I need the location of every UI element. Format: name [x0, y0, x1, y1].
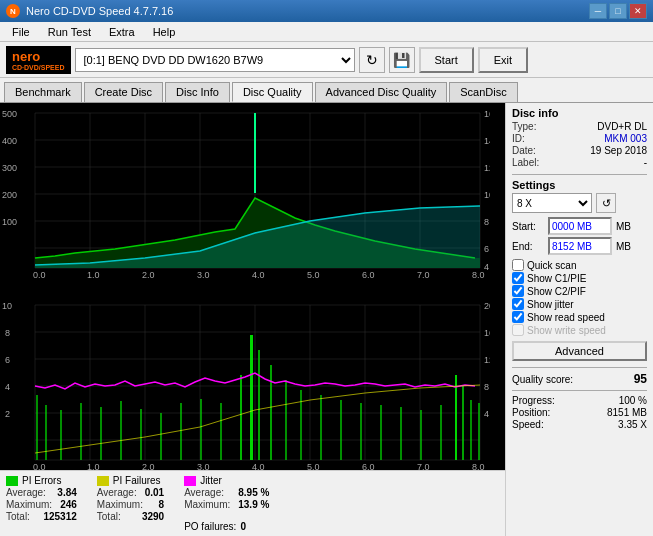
show-read-speed-row: Show read speed — [512, 311, 647, 323]
show-jitter-checkbox[interactable] — [512, 298, 524, 310]
svg-text:4: 4 — [5, 382, 10, 392]
stats-bar: PI Errors Average: 3.84 Maximum: 246 Tot… — [0, 470, 505, 536]
separator-2 — [512, 367, 647, 368]
pi-errors-avg-value: 3.84 — [57, 487, 76, 498]
svg-text:4.0: 4.0 — [252, 462, 265, 470]
svg-rect-91 — [270, 365, 272, 460]
menu-help[interactable]: Help — [145, 25, 184, 39]
minimize-button[interactable]: ─ — [589, 3, 607, 19]
svg-text:6.0: 6.0 — [362, 462, 375, 470]
quality-score-value: 95 — [634, 372, 647, 386]
exit-button[interactable]: Exit — [478, 47, 528, 73]
jitter-avg-value: 8.95 % — [238, 487, 269, 498]
svg-text:2.0: 2.0 — [142, 462, 155, 470]
pi-errors-max-label: Maximum: — [6, 499, 52, 510]
show-c1pie-label: Show C1/PIE — [527, 273, 586, 284]
svg-rect-79 — [60, 410, 62, 460]
pi-failures-max-label: Maximum: — [97, 499, 143, 510]
close-button[interactable]: ✕ — [629, 3, 647, 19]
svg-rect-87 — [220, 403, 222, 460]
upper-chart-svg: 500 400 300 200 100 16 14 12 10 8 6 4 0.… — [0, 103, 490, 278]
svg-rect-88 — [240, 375, 242, 460]
refresh-icon[interactable]: ↻ — [359, 47, 385, 73]
svg-rect-104 — [478, 403, 480, 460]
show-c1pie-checkbox[interactable] — [512, 272, 524, 284]
menu-extra[interactable]: Extra — [101, 25, 143, 39]
svg-text:8: 8 — [484, 217, 489, 227]
disc-type-row: Type: DVD+R DL — [512, 121, 647, 132]
chart-container: 500 400 300 200 100 16 14 12 10 8 6 4 0.… — [0, 103, 505, 536]
app-icon: N — [6, 4, 20, 18]
progress-label: Progress: — [512, 395, 555, 406]
disc-label-row: Label: - — [512, 157, 647, 168]
tab-create-disc[interactable]: Create Disc — [84, 82, 163, 102]
svg-text:400: 400 — [2, 136, 17, 146]
show-c2pif-checkbox[interactable] — [512, 285, 524, 297]
title-bar-text: Nero CD-DVD Speed 4.7.7.16 — [26, 5, 173, 17]
show-read-speed-checkbox[interactable] — [512, 311, 524, 323]
end-input[interactable] — [548, 237, 612, 255]
start-input[interactable] — [548, 217, 612, 235]
start-button[interactable]: Start — [419, 47, 474, 73]
svg-rect-83 — [140, 409, 142, 460]
end-unit: MB — [616, 241, 631, 252]
disc-date-row: Date: 19 Sep 2018 — [512, 145, 647, 156]
svg-text:7.0: 7.0 — [417, 462, 430, 470]
tab-disc-quality[interactable]: Disc Quality — [232, 82, 313, 102]
show-write-speed-label: Show write speed — [527, 325, 606, 336]
show-read-speed-label: Show read speed — [527, 312, 605, 323]
show-c1pie-row: Show C1/PIE — [512, 272, 647, 284]
pi-errors-legend — [6, 476, 18, 486]
maximize-button[interactable]: □ — [609, 3, 627, 19]
svg-rect-41 — [0, 295, 490, 470]
tab-scan-disc[interactable]: ScanDisc — [449, 82, 517, 102]
svg-rect-102 — [462, 385, 464, 460]
show-c2pif-label: Show C2/PIF — [527, 286, 586, 297]
svg-text:100: 100 — [2, 217, 17, 227]
menu-file[interactable]: File — [4, 25, 38, 39]
jitter-avg-label: Average: — [184, 487, 224, 498]
svg-text:1.0: 1.0 — [87, 270, 100, 278]
end-label: End: — [512, 241, 544, 252]
tab-benchmark[interactable]: Benchmark — [4, 82, 82, 102]
speed-row: Speed: 3.35 X — [512, 419, 647, 430]
position-row: Position: 8151 MB — [512, 407, 647, 418]
svg-text:4: 4 — [484, 409, 489, 419]
main-content: 500 400 300 200 100 16 14 12 10 8 6 4 0.… — [0, 103, 653, 536]
title-bar-controls[interactable]: ─ □ ✕ — [589, 3, 647, 19]
svg-text:14: 14 — [484, 136, 490, 146]
save-icon[interactable]: 💾 — [389, 47, 415, 73]
menu-run-test[interactable]: Run Test — [40, 25, 99, 39]
tab-advanced-disc-quality[interactable]: Advanced Disc Quality — [315, 82, 448, 102]
svg-text:0.0: 0.0 — [33, 462, 46, 470]
quick-scan-checkbox[interactable] — [512, 259, 524, 271]
speed-icon-btn[interactable]: ↺ — [596, 193, 616, 213]
svg-text:2: 2 — [5, 409, 10, 419]
start-row: Start: MB — [512, 217, 647, 235]
advanced-button[interactable]: Advanced — [512, 341, 647, 361]
jitter-max-value: 13.9 % — [238, 499, 269, 510]
speed-value: 3.35 X — [618, 419, 647, 430]
pi-failures-avg-label: Average: — [97, 487, 137, 498]
position-value: 8151 MB — [607, 407, 647, 418]
disc-type-label: Type: — [512, 121, 536, 132]
svg-rect-97 — [380, 405, 382, 460]
svg-text:20: 20 — [484, 301, 490, 311]
disc-id-value: MKM 003 — [604, 133, 647, 144]
drive-select[interactable]: [0:1] BENQ DVD DD DW1620 B7W9 — [75, 48, 355, 72]
settings-title: Settings — [512, 179, 647, 191]
pi-failures-max-value: 8 — [159, 499, 165, 510]
svg-text:300: 300 — [2, 163, 17, 173]
po-failures-label: PO failures: — [184, 521, 236, 532]
pi-errors-total-value: 125312 — [43, 511, 76, 522]
pi-failures-avg-value: 0.01 — [145, 487, 164, 498]
position-label: Position: — [512, 407, 550, 418]
speed-select[interactable]: 8 X — [512, 193, 592, 213]
svg-rect-84 — [160, 413, 162, 460]
svg-text:5.0: 5.0 — [307, 270, 320, 278]
tab-disc-info[interactable]: Disc Info — [165, 82, 230, 102]
pi-failures-total-value: 3290 — [142, 511, 164, 522]
svg-text:7.0: 7.0 — [417, 270, 430, 278]
svg-text:5.0: 5.0 — [307, 462, 320, 470]
tab-bar: Benchmark Create Disc Disc Info Disc Qua… — [0, 78, 653, 103]
